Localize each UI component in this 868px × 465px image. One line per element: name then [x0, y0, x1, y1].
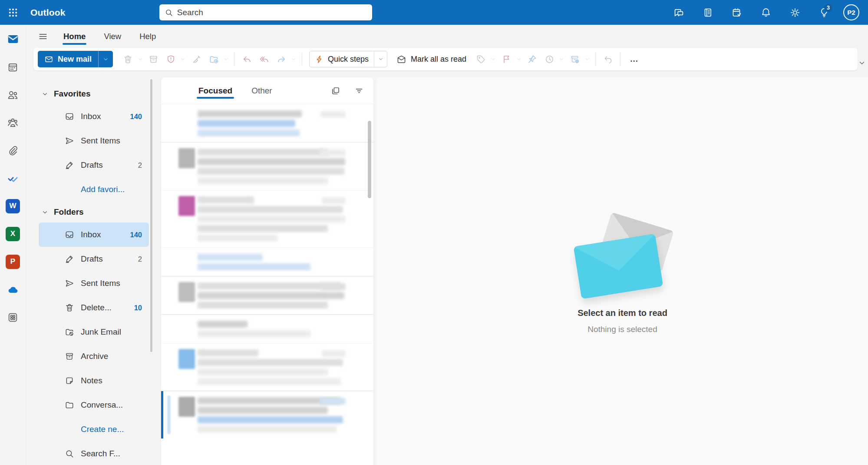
folder-item-drafts[interactable]: Drafts2: [39, 247, 149, 271]
mark-all-read-button[interactable]: Mark all as read: [391, 50, 472, 68]
reply-button[interactable]: [238, 50, 255, 68]
quick-steps-dropdown-button[interactable]: [374, 51, 387, 67]
sweep-button[interactable]: [188, 50, 205, 68]
ribbon-tab-row: Home View Help: [26, 25, 868, 48]
tab-help[interactable]: Help: [132, 27, 163, 46]
search-box[interactable]: [159, 4, 372, 20]
folder-pane-scrollbar[interactable]: [150, 79, 152, 352]
archive-button[interactable]: [145, 50, 162, 68]
rail-item-word[interactable]: W: [5, 198, 21, 214]
message-row[interactable]: [161, 190, 373, 248]
folder-link-addfavori[interactable]: Add favori...: [39, 177, 149, 202]
move-to-button[interactable]: [205, 50, 222, 68]
folder-item-junkemail[interactable]: Junk Email: [39, 320, 149, 344]
delete-button[interactable]: [119, 50, 136, 68]
notifications-bell-icon: [760, 7, 772, 18]
app-launcher-button[interactable]: [0, 0, 26, 25]
folder-unread-count: 2: [138, 161, 142, 169]
account-avatar[interactable]: P2: [843, 4, 859, 20]
tab-home[interactable]: Home: [56, 27, 93, 46]
rail-item-todo[interactable]: [5, 170, 21, 186]
folder-section-folders[interactable]: Folders: [33, 202, 155, 223]
report-button[interactable]: [162, 50, 179, 68]
tab-view[interactable]: View: [96, 27, 129, 46]
flag-chevron-icon[interactable]: [515, 50, 522, 68]
select-all-button[interactable]: [328, 83, 343, 98]
forward-button[interactable]: [273, 50, 290, 68]
tab-focused[interactable]: Focused: [197, 79, 234, 103]
folder-item-notes[interactable]: Notes: [39, 369, 149, 393]
my-day-button[interactable]: [727, 3, 747, 23]
folder-item-inbox[interactable]: Inbox140: [39, 223, 149, 247]
powerpoint-app-icon: P: [6, 255, 20, 269]
message-list-scrollbar[interactable]: [368, 121, 371, 198]
pin-button[interactable]: [523, 50, 541, 68]
hamburger-menu-button[interactable]: [33, 28, 53, 45]
chat-button[interactable]: [669, 3, 689, 23]
folder-label: Notes: [81, 376, 102, 385]
folder-item-conversa[interactable]: Conversa...: [39, 393, 149, 417]
message-row[interactable]: [161, 391, 373, 438]
rail-item-more-apps[interactable]: [5, 309, 21, 326]
search-icon: [165, 8, 173, 17]
message-row[interactable]: [161, 104, 373, 143]
rail-item-people[interactable]: [5, 86, 21, 103]
snooze-button[interactable]: [541, 50, 558, 68]
folder-pane: FavoritesInbox140Sent ItemsDrafts2Add fa…: [33, 77, 155, 465]
settings-button[interactable]: [785, 3, 805, 23]
message-row[interactable]: [161, 343, 373, 391]
folder-link-createne[interactable]: Create ne...: [39, 417, 149, 442]
rules-button[interactable]: [566, 50, 584, 68]
message-row[interactable]: [161, 276, 373, 315]
forward-chevron-icon[interactable]: [290, 50, 297, 68]
rail-item-powerpoint[interactable]: P: [5, 253, 21, 270]
rail-item-mail[interactable]: [5, 31, 21, 47]
hamburger-icon: [38, 31, 48, 42]
snooze-chevron-icon[interactable]: [558, 50, 565, 68]
folder-section-favorites[interactable]: Favorites: [33, 83, 155, 104]
tab-other[interactable]: Other: [250, 79, 274, 103]
rail-item-calendar[interactable]: [5, 59, 21, 75]
rail-item-onedrive[interactable]: [5, 281, 21, 298]
notifications-button[interactable]: [756, 3, 776, 23]
folder-section-label: Folders: [54, 207, 84, 217]
new-mail-button[interactable]: New mail: [38, 51, 98, 67]
new-mail-dropdown-button[interactable]: [98, 51, 113, 67]
rail-item-files[interactable]: [5, 142, 21, 159]
more-options-button[interactable]: ...: [624, 54, 644, 64]
undo-button[interactable]: [599, 50, 617, 68]
message-row[interactable]: [161, 315, 373, 343]
toolbar: New mail: [33, 48, 858, 70]
categorize-chevron-icon[interactable]: [489, 50, 497, 68]
reply-all-button[interactable]: [255, 50, 273, 68]
search-input[interactable]: [177, 8, 367, 17]
quick-steps-split-button: Quick steps: [309, 51, 387, 67]
folder-item-drafts[interactable]: Drafts2: [39, 153, 149, 177]
folder-item-inbox[interactable]: Inbox140: [39, 104, 149, 129]
tips-button[interactable]: 3: [814, 3, 834, 23]
empty-state-title: Select an item to read: [578, 308, 667, 318]
notes-feed-button[interactable]: [698, 3, 718, 23]
folder-item-sentitems[interactable]: Sent Items: [39, 271, 149, 296]
collapse-ribbon-chevron[interactable]: [858, 58, 867, 68]
folder-item-archive[interactable]: Archive: [39, 344, 149, 369]
blurred-timestamp: [322, 350, 346, 357]
inbox-icon: [65, 112, 74, 121]
rules-chevron-icon[interactable]: [584, 50, 591, 68]
message-row[interactable]: [161, 248, 373, 276]
delete-chevron-icon[interactable]: [136, 50, 144, 68]
move-to-chevron-icon[interactable]: [222, 50, 230, 68]
categorize-button[interactable]: [472, 50, 489, 68]
folder-item-sentitems[interactable]: Sent Items: [39, 129, 149, 153]
report-chevron-icon[interactable]: [179, 50, 187, 68]
blurred-timestamp: [320, 398, 346, 405]
folder-item-delete[interactable]: Delete...10: [39, 296, 149, 320]
flag-button[interactable]: [498, 50, 515, 68]
folder-item-searchf[interactable]: Search F...: [39, 442, 149, 465]
rail-item-groups[interactable]: [5, 114, 21, 131]
filter-button[interactable]: [352, 83, 366, 98]
message-row[interactable]: [161, 143, 373, 190]
quick-steps-button[interactable]: Quick steps: [310, 55, 374, 64]
rail-item-excel[interactable]: X: [5, 226, 21, 242]
folder-unread-count: 10: [134, 304, 142, 312]
